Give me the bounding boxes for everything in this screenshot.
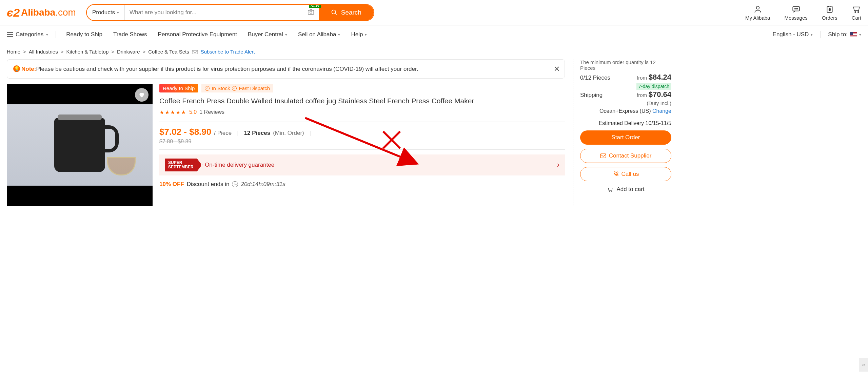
messages-link[interactable]: Messages [784,5,807,21]
ready-to-ship-badge: Ready to Ship [159,84,198,92]
orders-label: Orders [822,15,837,21]
chevron-right-icon: › [557,161,559,169]
alibaba-logo[interactable]: є2 Alibaba.com [7,6,76,19]
stock-badges: ✓In Stock ✓Fast Dispatch [201,84,273,92]
duty-label: (Duty Incl.) [580,100,671,106]
us-flag-icon [850,32,857,37]
svg-point-7 [797,8,797,9]
svg-point-11 [858,12,859,13]
add-to-cart-button[interactable]: Add to cart [580,186,671,193]
messages-label: Messages [784,15,807,21]
shipping-method: Ocean+Express (US) [599,108,651,114]
pieces-count: 0/12 Pieces [580,75,610,81]
old-price: $7.80 - $9.89 [159,139,565,145]
search-button[interactable]: Search [319,5,374,20]
note-label: Note: [21,66,36,72]
logo-icon: є2 [7,6,20,19]
min-order-qty: 12 Pieces [244,130,271,137]
chevron-down-icon: ▾ [285,33,287,37]
total-price: $84.24 [649,73,671,81]
call-us-button[interactable]: Call us [580,167,671,181]
search-category-label: Products [92,9,115,16]
svg-point-3 [756,6,759,9]
nav-help[interactable]: Help ▾ [351,31,367,38]
bc-all-industries[interactable]: All Industries [29,49,58,55]
svg-point-6 [796,8,796,9]
change-shipping-link[interactable]: Change [652,108,671,114]
svg-point-20 [611,191,612,192]
cart-icon [607,186,614,192]
price-unit: / Piece [214,130,232,137]
bc-home[interactable]: Home [7,49,20,55]
image-search-icon[interactable]: NEW [303,8,319,17]
favorite-button[interactable] [135,88,149,102]
chevron-down-icon: ▾ [859,33,861,37]
min-order-label: (Min. Order) [273,130,304,137]
mail-icon [600,153,606,158]
new-badge: NEW [309,4,321,8]
discount-label: Discount ends in [187,181,230,188]
cart-label: Cart [852,15,861,21]
estimated-delivery: Estimated Delivery 10/15-11/5 [580,120,671,126]
shipping-label: Shipping [580,92,603,99]
bc-kitchen-tabletop[interactable]: Kitchen & Tabletop [66,49,108,55]
svg-rect-17 [600,154,606,158]
shipping-price: $70.64 [649,90,671,99]
svg-point-18 [616,172,618,173]
orders-link[interactable]: $ Orders [822,5,837,21]
super-september-badge: SUPER SEPTEMBER [165,159,197,171]
cart-icon [852,5,861,14]
chevron-down-icon: ▾ [811,33,813,37]
logo-suffix: .com [55,7,76,18]
chevron-down-icon: ▾ [117,11,119,15]
star-icons: ★★★★★ [159,109,186,116]
bc-coffee-tea[interactable]: Coffee & Tea Sets [148,49,189,55]
price-range: $7.02 - $8.90 [159,127,211,137]
covid-note: 💡Note:Please be cautious and check with … [7,59,565,79]
close-icon[interactable]: ✕ [554,63,560,75]
reviews-count: 1 Reviews [199,109,224,115]
nav-ready-to-ship[interactable]: Ready to Ship [66,31,102,38]
clock-icon [232,181,238,187]
search-category-dropdown[interactable]: Products ▾ [87,5,125,20]
svg-point-5 [794,8,795,9]
nav-ppe[interactable]: Personal Protective Equipment [158,31,237,38]
product-rating[interactable]: ★★★★★ 5.0 1 Reviews [159,109,565,116]
chevron-down-icon: ▾ [46,33,48,37]
svg-text:$: $ [829,7,831,11]
chat-icon [792,5,801,14]
countdown-timer: 20d:14h:09m:31s [241,181,285,188]
nav-trade-shows[interactable]: Trade Shows [113,31,147,38]
chevron-down-icon: ▾ [365,33,367,37]
search-bar: Products ▾ NEW Search [86,4,374,21]
svg-rect-13 [192,50,198,54]
mail-icon [192,49,198,55]
search-button-label: Search [341,9,361,16]
nav-buyer-central[interactable]: Buyer Central ▾ [248,31,287,38]
logo-text: Alibaba [21,7,55,18]
promo-text: · On-time delivery guarantee [202,162,552,168]
chevron-down-icon: ▾ [338,33,340,37]
categories-menu[interactable]: Categories ▾ [7,31,56,38]
svg-point-2 [332,10,336,14]
product-image[interactable] [7,84,153,206]
nav-sell-on-alibaba[interactable]: Sell on Alibaba ▾ [298,31,340,38]
phone-icon [613,171,619,177]
cart-link[interactable]: Cart [852,5,861,21]
note-text: Please be cautious and check with your s… [36,66,418,72]
svg-point-10 [855,12,856,13]
my-alibaba-link[interactable]: My Alibaba [745,5,770,21]
check-icon: ✓ [232,86,237,91]
start-order-button[interactable]: Start Order [580,130,671,145]
breadcrumb: Home > All Industries > Kitchen & Tablet… [0,44,868,59]
ship-to-selector[interactable]: Ship to: ▾ [828,31,861,38]
check-icon: ✓ [205,86,210,91]
bc-drinkware[interactable]: Drinkware [117,49,140,55]
promo-banner[interactable]: SUPER SEPTEMBER · On-time delivery guara… [159,154,565,175]
contact-supplier-button[interactable]: Contact Supplier [580,149,671,163]
search-input[interactable] [125,5,303,20]
locale-selector[interactable]: English - USD ▾ [773,31,813,38]
subscribe-trade-alert[interactable]: Subscribe to Trade Alert [201,49,255,55]
rating-value: 5.0 [189,109,197,115]
moq-text: The minimum order quantity is 12 Pieces [580,59,671,71]
